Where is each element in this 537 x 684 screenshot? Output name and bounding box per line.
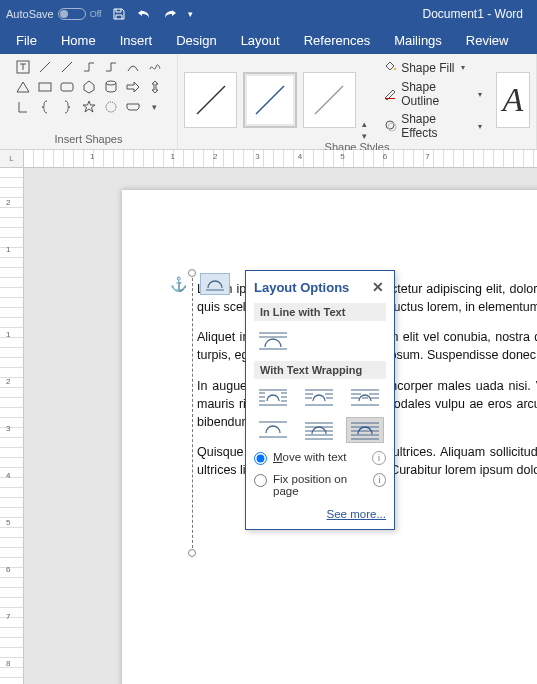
- wrap-tight[interactable]: [300, 385, 338, 411]
- radio-input[interactable]: [254, 474, 267, 487]
- shape-cylinder-icon[interactable]: [101, 78, 121, 96]
- see-more-link-row: See more...: [254, 507, 386, 521]
- svg-point-5: [106, 81, 116, 85]
- shape-banner-icon[interactable]: [123, 98, 143, 116]
- svg-line-2: [62, 62, 72, 72]
- shape-line2-icon[interactable]: [57, 58, 77, 76]
- resize-handle-top[interactable]: [188, 269, 196, 277]
- ribbon: ▾ Insert Shapes ▴▾ Shape Fill▾ Shape Out…: [0, 54, 537, 150]
- shape-line-icon[interactable]: [35, 58, 55, 76]
- shape-rect-icon[interactable]: [35, 78, 55, 96]
- info-icon[interactable]: i: [372, 451, 386, 465]
- see-more-link[interactable]: See more...: [327, 508, 386, 520]
- section-wrap: With Text Wrapping: [254, 361, 386, 379]
- radio-fix-label: Fix position on page: [273, 473, 367, 497]
- svg-line-9: [315, 86, 343, 114]
- shape-freeform-icon[interactable]: [145, 58, 165, 76]
- page[interactable]: Lorem ipsum dolor sit amet, consectetur …: [122, 190, 537, 684]
- ruler-vertical[interactable]: 2 1 1 2 3 4 5 6 7 8: [0, 168, 24, 684]
- ruler-horizontal[interactable]: 1 1 2 3 4 5 6 7: [24, 150, 537, 168]
- style-thumb-1[interactable]: [184, 72, 237, 128]
- svg-rect-11: [385, 98, 395, 99]
- wrap-infront[interactable]: [346, 417, 384, 443]
- autosave-label: AutoSave: [6, 8, 54, 20]
- shape-textbox-icon[interactable]: [13, 58, 33, 76]
- svg-rect-4: [61, 83, 73, 91]
- wrap-topbottom[interactable]: [254, 417, 292, 443]
- group-shape-styles: ▴▾ Shape Fill▾ Shape Outline▾ Shape Effe…: [178, 54, 537, 149]
- section-inline: In Line with Text: [254, 303, 386, 321]
- group-insert-shapes: ▾ Insert Shapes: [0, 54, 178, 149]
- svg-line-7: [197, 86, 225, 114]
- shape-outline-label: Shape Outline: [401, 80, 472, 108]
- shapes-gallery[interactable]: ▾: [13, 58, 165, 116]
- document-title: Document1 - Word: [423, 7, 523, 21]
- shape-polygon-icon[interactable]: [79, 78, 99, 96]
- shape-brace-icon[interactable]: [35, 98, 55, 116]
- shape-line: [192, 273, 193, 553]
- style-thumb-2[interactable]: [243, 72, 296, 128]
- tab-design[interactable]: Design: [164, 28, 228, 54]
- shape-star-icon[interactable]: [79, 98, 99, 116]
- wrap-inline[interactable]: [254, 327, 292, 353]
- resize-handle-bottom[interactable]: [188, 549, 196, 557]
- wrap-through[interactable]: [346, 385, 384, 411]
- radio-input[interactable]: [254, 452, 267, 465]
- popup-title: Layout Options: [254, 280, 349, 295]
- shape-roundrect-icon[interactable]: [57, 78, 77, 96]
- radio-move-label: ove with text: [283, 451, 347, 463]
- shape-arrowud-icon[interactable]: [145, 78, 165, 96]
- close-icon[interactable]: ✕: [370, 279, 386, 295]
- radio-fix-position[interactable]: Fix position on page i: [254, 473, 386, 497]
- layout-options-button[interactable]: [200, 273, 230, 295]
- style-thumb-3[interactable]: [303, 72, 356, 128]
- shape-triangle-icon[interactable]: [13, 78, 33, 96]
- tab-home[interactable]: Home: [49, 28, 108, 54]
- radio-move-with-text[interactable]: Move with text i: [254, 451, 386, 465]
- shape-fill-button[interactable]: Shape Fill▾: [379, 58, 486, 77]
- workspace: L 1 1 2 3 4 5 6 7 2 1 1 2 3 4 5 6 7 8: [0, 150, 537, 684]
- undo-icon[interactable]: [136, 7, 152, 21]
- shape-seal-icon[interactable]: [101, 98, 121, 116]
- tab-layout[interactable]: Layout: [229, 28, 292, 54]
- shapes-more-icon[interactable]: ▾: [145, 98, 165, 116]
- shape-curve-icon[interactable]: [123, 58, 143, 76]
- layout-options-popup: Layout Options ✕ In Line with Text With …: [245, 270, 395, 530]
- shape-brace2-icon[interactable]: [57, 98, 77, 116]
- svg-point-12: [386, 121, 394, 129]
- ruler-corner[interactable]: L: [0, 150, 24, 168]
- shape-effects-label: Shape Effects: [401, 112, 472, 140]
- quick-access-toolbar: ▾: [112, 7, 193, 21]
- anchor-icon[interactable]: ⚓: [170, 276, 187, 292]
- svg-point-13: [388, 123, 396, 131]
- shape-connector-icon[interactable]: [79, 58, 99, 76]
- pen-icon: [383, 86, 397, 103]
- effects-icon: [383, 118, 397, 135]
- save-icon[interactable]: [112, 7, 126, 21]
- tab-insert[interactable]: Insert: [108, 28, 165, 54]
- svg-line-8: [256, 86, 284, 114]
- qat-dropdown-icon[interactable]: ▾: [188, 9, 193, 19]
- shape-l-icon[interactable]: [13, 98, 33, 116]
- wrap-square[interactable]: [254, 385, 292, 411]
- autosave-state: Off: [90, 9, 102, 19]
- tab-file[interactable]: File: [4, 28, 49, 54]
- shape-arrowr-icon[interactable]: [123, 78, 143, 96]
- tab-references[interactable]: References: [292, 28, 382, 54]
- wordart-styles-button[interactable]: A: [496, 72, 530, 128]
- wrap-behind[interactable]: [300, 417, 338, 443]
- styles-more-icon[interactable]: ▴▾: [362, 119, 367, 141]
- bucket-icon: [383, 59, 397, 76]
- toggle-off-icon: [58, 8, 86, 20]
- shape-effects-button[interactable]: Shape Effects▾: [379, 111, 486, 141]
- redo-icon[interactable]: [162, 7, 178, 21]
- shape-outline-button[interactable]: Shape Outline▾: [379, 79, 486, 109]
- svg-line-1: [40, 62, 50, 72]
- group-label: Insert Shapes: [55, 133, 123, 145]
- tab-review[interactable]: Review: [454, 28, 521, 54]
- tab-mailings[interactable]: Mailings: [382, 28, 454, 54]
- shape-elbow-icon[interactable]: [101, 58, 121, 76]
- svg-rect-3: [39, 83, 51, 91]
- info-icon[interactable]: i: [373, 473, 386, 487]
- autosave-toggle[interactable]: AutoSave Off: [6, 8, 102, 20]
